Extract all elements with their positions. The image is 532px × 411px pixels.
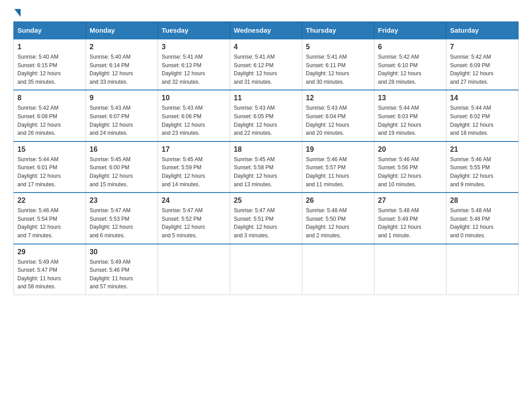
day-info: Sunrise: 5:46 AMSunset: 5:55 PMDaylight:… <box>450 155 515 188</box>
logo <box>13 9 21 17</box>
calendar-day: 10Sunrise: 5:43 AMSunset: 6:06 PMDayligh… <box>158 90 230 141</box>
day-number: 27 <box>378 197 442 205</box>
calendar-day: 13Sunrise: 5:44 AMSunset: 6:03 PMDayligh… <box>374 90 446 141</box>
day-info: Sunrise: 5:42 AMSunset: 6:09 PMDaylight:… <box>450 53 515 86</box>
day-info: Sunrise: 5:45 AMSunset: 5:59 PMDaylight:… <box>162 155 226 188</box>
day-number: 2 <box>90 43 154 51</box>
day-number: 26 <box>306 197 370 205</box>
day-number: 6 <box>378 43 442 51</box>
day-info: Sunrise: 5:43 AMSunset: 6:07 PMDaylight:… <box>90 104 154 137</box>
day-info: Sunrise: 5:48 AMSunset: 5:50 PMDaylight:… <box>306 206 370 240</box>
calendar-day <box>446 244 519 295</box>
calendar-day: 26Sunrise: 5:48 AMSunset: 5:50 PMDayligh… <box>302 193 374 244</box>
weekday-header-sunday: Sunday <box>14 22 86 39</box>
calendar-day: 3Sunrise: 5:41 AMSunset: 6:13 PMDaylight… <box>158 39 230 90</box>
day-number: 8 <box>17 94 82 102</box>
day-info: Sunrise: 5:41 AMSunset: 6:12 PMDaylight:… <box>234 53 298 86</box>
calendar-day: 21Sunrise: 5:46 AMSunset: 5:55 PMDayligh… <box>446 141 519 193</box>
day-info: Sunrise: 5:46 AMSunset: 5:57 PMDaylight:… <box>306 155 370 188</box>
day-info: Sunrise: 5:43 AMSunset: 6:04 PMDaylight:… <box>306 104 370 137</box>
calendar-day: 18Sunrise: 5:45 AMSunset: 5:58 PMDayligh… <box>230 141 302 193</box>
calendar-day: 19Sunrise: 5:46 AMSunset: 5:57 PMDayligh… <box>302 141 374 193</box>
day-number: 7 <box>450 43 515 51</box>
day-info: Sunrise: 5:41 AMSunset: 6:11 PMDaylight:… <box>306 53 370 86</box>
day-number: 30 <box>90 248 154 256</box>
day-info: Sunrise: 5:44 AMSunset: 6:02 PMDaylight:… <box>450 104 515 137</box>
weekday-header-tuesday: Tuesday <box>158 22 230 39</box>
day-info: Sunrise: 5:42 AMSunset: 6:10 PMDaylight:… <box>378 53 442 86</box>
calendar-day: 1Sunrise: 5:40 AMSunset: 6:15 PMDaylight… <box>14 39 86 90</box>
day-info: Sunrise: 5:49 AMSunset: 5:47 PMDaylight:… <box>17 258 82 291</box>
calendar-day: 12Sunrise: 5:43 AMSunset: 6:04 PMDayligh… <box>302 90 374 141</box>
weekday-header-wednesday: Wednesday <box>230 22 302 39</box>
day-number: 11 <box>234 94 298 102</box>
calendar-day <box>158 244 230 295</box>
day-number: 10 <box>162 94 226 102</box>
day-info: Sunrise: 5:48 AMSunset: 5:49 PMDaylight:… <box>378 206 442 240</box>
calendar-day: 16Sunrise: 5:45 AMSunset: 6:00 PMDayligh… <box>86 141 158 193</box>
weekday-header-friday: Friday <box>374 22 446 39</box>
calendar-day: 20Sunrise: 5:46 AMSunset: 5:56 PMDayligh… <box>374 141 446 193</box>
day-info: Sunrise: 5:44 AMSunset: 6:03 PMDaylight:… <box>378 104 442 137</box>
day-number: 4 <box>234 43 298 51</box>
calendar-week-2: 8Sunrise: 5:42 AMSunset: 6:08 PMDaylight… <box>14 90 519 141</box>
day-number: 21 <box>450 146 515 154</box>
calendar-week-1: 1Sunrise: 5:40 AMSunset: 6:15 PMDaylight… <box>14 39 519 90</box>
calendar-day: 30Sunrise: 5:49 AMSunset: 5:46 PMDayligh… <box>86 244 158 295</box>
calendar-day: 2Sunrise: 5:40 AMSunset: 6:14 PMDaylight… <box>86 39 158 90</box>
day-info: Sunrise: 5:48 AMSunset: 5:48 PMDaylight:… <box>450 206 515 240</box>
day-number: 3 <box>162 43 226 51</box>
calendar-day: 4Sunrise: 5:41 AMSunset: 6:12 PMDaylight… <box>230 39 302 90</box>
day-number: 24 <box>162 197 226 205</box>
day-info: Sunrise: 5:46 AMSunset: 5:54 PMDaylight:… <box>17 206 82 240</box>
weekday-header-thursday: Thursday <box>302 22 374 39</box>
day-info: Sunrise: 5:47 AMSunset: 5:53 PMDaylight:… <box>90 206 154 240</box>
calendar-day: 14Sunrise: 5:44 AMSunset: 6:02 PMDayligh… <box>446 90 519 141</box>
calendar-day: 25Sunrise: 5:47 AMSunset: 5:51 PMDayligh… <box>230 193 302 244</box>
day-info: Sunrise: 5:43 AMSunset: 6:06 PMDaylight:… <box>162 104 226 137</box>
day-number: 22 <box>17 197 82 205</box>
day-number: 18 <box>234 146 298 154</box>
calendar-day: 5Sunrise: 5:41 AMSunset: 6:11 PMDaylight… <box>302 39 374 90</box>
day-number: 9 <box>90 94 154 102</box>
calendar-day: 23Sunrise: 5:47 AMSunset: 5:53 PMDayligh… <box>86 193 158 244</box>
day-info: Sunrise: 5:44 AMSunset: 6:01 PMDaylight:… <box>17 155 82 188</box>
day-number: 15 <box>17 146 82 154</box>
calendar-day: 27Sunrise: 5:48 AMSunset: 5:49 PMDayligh… <box>374 193 446 244</box>
calendar-header-row: SundayMondayTuesdayWednesdayThursdayFrid… <box>14 22 519 39</box>
calendar-day: 15Sunrise: 5:44 AMSunset: 6:01 PMDayligh… <box>14 141 86 193</box>
day-number: 1 <box>17 43 82 51</box>
day-info: Sunrise: 5:40 AMSunset: 6:15 PMDaylight:… <box>17 53 82 86</box>
day-number: 12 <box>306 94 370 102</box>
day-number: 5 <box>306 43 370 51</box>
calendar-day: 22Sunrise: 5:46 AMSunset: 5:54 PMDayligh… <box>14 193 86 244</box>
day-info: Sunrise: 5:46 AMSunset: 5:56 PMDaylight:… <box>378 155 442 188</box>
day-info: Sunrise: 5:47 AMSunset: 5:51 PMDaylight:… <box>234 206 298 240</box>
day-number: 16 <box>90 146 154 154</box>
calendar-week-3: 15Sunrise: 5:44 AMSunset: 6:01 PMDayligh… <box>14 141 519 193</box>
calendar-week-4: 22Sunrise: 5:46 AMSunset: 5:54 PMDayligh… <box>14 193 519 244</box>
calendar-day: 29Sunrise: 5:49 AMSunset: 5:47 PMDayligh… <box>14 244 86 295</box>
day-info: Sunrise: 5:45 AMSunset: 6:00 PMDaylight:… <box>90 155 154 188</box>
weekday-header-saturday: Saturday <box>446 22 519 39</box>
calendar-body: 1Sunrise: 5:40 AMSunset: 6:15 PMDaylight… <box>14 39 519 295</box>
calendar-day: 7Sunrise: 5:42 AMSunset: 6:09 PMDaylight… <box>446 39 519 90</box>
calendar-day: 11Sunrise: 5:43 AMSunset: 6:05 PMDayligh… <box>230 90 302 141</box>
day-info: Sunrise: 5:49 AMSunset: 5:46 PMDaylight:… <box>90 258 154 291</box>
day-info: Sunrise: 5:45 AMSunset: 5:58 PMDaylight:… <box>234 155 298 188</box>
calendar-day <box>230 244 302 295</box>
day-number: 14 <box>450 94 515 102</box>
day-info: Sunrise: 5:47 AMSunset: 5:52 PMDaylight:… <box>162 206 226 240</box>
day-number: 25 <box>234 197 298 205</box>
calendar-day: 6Sunrise: 5:42 AMSunset: 6:10 PMDaylight… <box>374 39 446 90</box>
day-info: Sunrise: 5:41 AMSunset: 6:13 PMDaylight:… <box>162 53 226 86</box>
calendar-table: SundayMondayTuesdayWednesdayThursdayFrid… <box>13 21 519 295</box>
calendar-day: 9Sunrise: 5:43 AMSunset: 6:07 PMDaylight… <box>86 90 158 141</box>
calendar-day <box>374 244 446 295</box>
logo-arrow-icon <box>14 9 21 17</box>
day-info: Sunrise: 5:43 AMSunset: 6:05 PMDaylight:… <box>234 104 298 137</box>
calendar-day: 28Sunrise: 5:48 AMSunset: 5:48 PMDayligh… <box>446 193 519 244</box>
day-info: Sunrise: 5:40 AMSunset: 6:14 PMDaylight:… <box>90 53 154 86</box>
day-number: 17 <box>162 146 226 154</box>
day-info: Sunrise: 5:42 AMSunset: 6:08 PMDaylight:… <box>17 104 82 137</box>
